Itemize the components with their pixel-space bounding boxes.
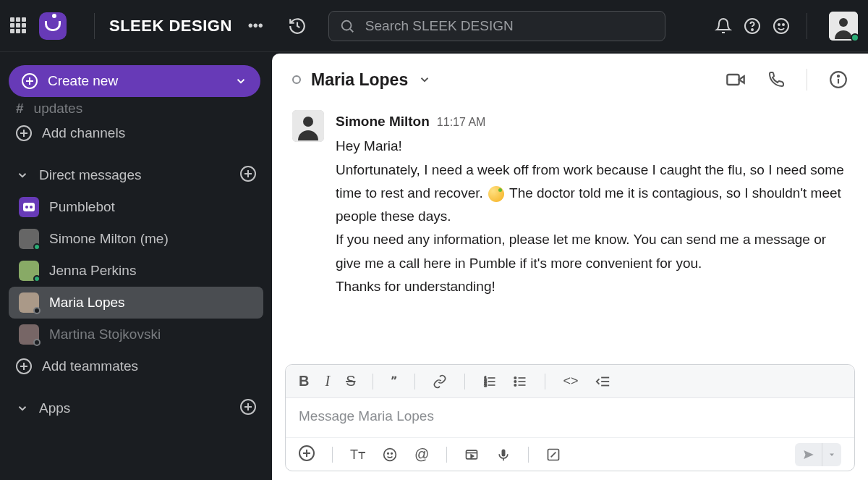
svg-point-36: [391, 452, 393, 454]
svg-line-1: [350, 29, 353, 32]
svg-rect-12: [727, 75, 739, 85]
add-teammates-button[interactable]: Add teammates: [6, 350, 266, 382]
reactions-icon[interactable]: [770, 15, 792, 37]
svg-point-35: [388, 452, 389, 454]
mention-icon[interactable]: @: [414, 446, 429, 463]
mic-icon[interactable]: [496, 447, 511, 462]
svg-point-18: [303, 117, 313, 127]
italic-icon[interactable]: I: [325, 373, 330, 390]
audio-call-icon[interactable]: [767, 71, 785, 88]
sidebar: Create new # updates Add channels Direct…: [0, 52, 272, 480]
quote-icon[interactable]: ˮ: [391, 374, 397, 390]
link-icon[interactable]: [433, 374, 447, 389]
svg-point-30: [515, 384, 517, 386]
ordered-list-icon[interactable]: 123: [482, 374, 497, 389]
main-layout: Create new # updates Add channels Direct…: [0, 52, 868, 480]
avatar: [19, 261, 39, 281]
search-icon: [339, 18, 355, 34]
dm-item-pumblebot[interactable]: Pumblebot: [9, 191, 263, 223]
notifications-icon[interactable]: [712, 15, 734, 37]
composer-actions: Tᴛ @: [286, 437, 854, 471]
add-channels-button[interactable]: Add channels: [6, 117, 266, 149]
composer-wrap: B I S ˮ 123 <> Message Maria Lopes: [272, 358, 868, 480]
chevron-down-icon[interactable]: [418, 73, 431, 86]
svg-text:3: 3: [485, 382, 487, 387]
code-icon[interactable]: <>: [563, 374, 578, 389]
search-input[interactable]: Search SLEEK DESIGN: [328, 11, 665, 41]
workspace-name[interactable]: SLEEK DESIGN: [109, 17, 232, 35]
svg-point-28: [515, 376, 517, 379]
apps-launcher-icon[interactable]: [10, 17, 27, 35]
dm-item-simone[interactable]: Simone Milton (me): [9, 223, 263, 255]
user-avatar[interactable]: [829, 12, 858, 41]
presence-ring-icon: [292, 75, 301, 84]
svg-point-5: [778, 24, 780, 25]
message-area: Simone Milton 11:17 AM Hey Maria! Unfort…: [272, 106, 868, 358]
chevron-down-icon: [16, 402, 29, 415]
message-line: Unfortunately, I need a week off from wo…: [336, 159, 848, 229]
dm-item-maria[interactable]: Maria Lopes: [9, 287, 263, 319]
app-logo[interactable]: [39, 12, 67, 40]
plus-icon: [16, 125, 32, 141]
bullet-list-icon[interactable]: [513, 374, 527, 389]
svg-point-10: [25, 206, 28, 209]
info-icon[interactable]: [829, 70, 848, 89]
chevron-down-icon: [16, 169, 29, 182]
plus-icon: [22, 73, 38, 89]
dm-item-martina[interactable]: Martina Stojkovski: [9, 319, 263, 350]
message-input[interactable]: Message Maria Lopes: [286, 398, 854, 437]
divider: [807, 13, 807, 39]
svg-marker-44: [830, 453, 834, 456]
send-options-button[interactable]: [822, 443, 841, 466]
svg-point-8: [839, 18, 848, 27]
svg-point-4: [774, 19, 788, 33]
shortcut-icon[interactable]: [546, 447, 561, 462]
workspace-menu-icon[interactable]: •••: [248, 17, 263, 34]
send-button[interactable]: [795, 443, 822, 466]
video-call-icon[interactable]: [726, 70, 746, 90]
search-placeholder: Search SLEEK DESIGN: [365, 18, 514, 34]
video-clip-icon[interactable]: [464, 447, 479, 462]
strike-icon[interactable]: S: [346, 373, 355, 390]
message: Simone Milton 11:17 AM Hey Maria! Unfort…: [292, 110, 848, 298]
message-author[interactable]: Simone Milton: [336, 110, 430, 133]
text-format-icon[interactable]: Tᴛ: [350, 447, 365, 463]
chat-title[interactable]: Maria Lopes: [311, 70, 408, 90]
plus-icon: [16, 358, 32, 374]
divider: [94, 13, 95, 39]
send-button-group: [795, 443, 841, 466]
chat-pane: Maria Lopes: [272, 54, 868, 480]
dm-section-header[interactable]: Direct messages: [6, 159, 266, 191]
topbar: SLEEK DESIGN ••• Search SLEEK DESIGN: [0, 0, 868, 52]
chat-header: Maria Lopes: [272, 54, 868, 106]
emoji-icon[interactable]: [383, 447, 397, 462]
codeblock-icon[interactable]: [595, 374, 610, 390]
message-line: If you need any information, please let …: [336, 228, 848, 275]
create-new-label: Create new: [48, 73, 118, 89]
message-time: 11:17 AM: [437, 112, 486, 132]
svg-point-11: [30, 206, 33, 209]
svg-point-0: [341, 20, 351, 30]
attach-icon[interactable]: [299, 445, 315, 464]
svg-marker-39: [471, 455, 473, 458]
svg-point-16: [838, 75, 839, 77]
message-line: Hey Maria!: [336, 135, 848, 158]
apps-section-header[interactable]: Apps: [6, 392, 266, 424]
svg-point-6: [783, 24, 784, 25]
message-avatar[interactable]: [292, 110, 324, 142]
format-toolbar: B I S ˮ 123 <>: [286, 365, 854, 398]
bold-icon[interactable]: B: [299, 373, 309, 390]
svg-rect-40: [502, 449, 506, 456]
sick-emoji-icon: [488, 186, 504, 202]
avatar: [19, 292, 39, 313]
dm-item-jenna[interactable]: Jenna Perkins: [9, 255, 263, 287]
sidebar-item-updates[interactable]: # updates: [6, 100, 266, 117]
help-icon[interactable]: [741, 15, 763, 37]
avatar: [19, 324, 39, 345]
svg-point-3: [752, 29, 753, 30]
svg-rect-9: [23, 203, 35, 211]
add-dm-button[interactable]: [240, 166, 256, 185]
create-new-button[interactable]: Create new: [9, 65, 260, 97]
add-app-button[interactable]: [240, 399, 256, 418]
history-icon[interactable]: [286, 15, 308, 37]
